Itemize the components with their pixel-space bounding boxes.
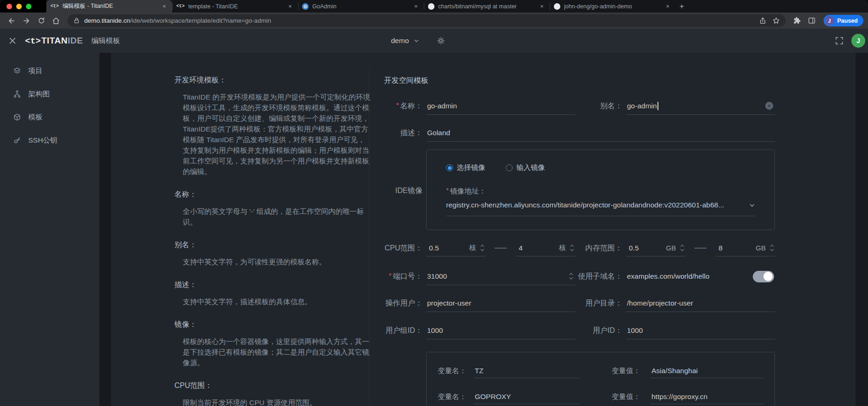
tab-close-icon[interactable]: × bbox=[161, 3, 168, 10]
user-dir-input[interactable]: /home/projector-user bbox=[626, 294, 775, 312]
tab-github-go-admin-demo[interactable]: john-deng/go-admin-demo × bbox=[550, 0, 676, 12]
extensions-button[interactable] bbox=[790, 14, 804, 28]
image-address-select[interactable]: registry.cn-shenzhen.aliyuncs.com/titani… bbox=[446, 201, 755, 216]
alias-field[interactable]: go-admin × bbox=[626, 97, 775, 115]
address-bar[interactable]: demo.titanide.cn/ide/web/workspace/templ… bbox=[68, 14, 786, 27]
radio-select-image[interactable]: 选择镜像 bbox=[446, 163, 485, 173]
cpu-min-value: 0.5 bbox=[426, 244, 469, 252]
tab-close-icon[interactable]: × bbox=[412, 3, 420, 10]
logo-mark: <t> bbox=[25, 36, 41, 46]
url-domain: demo.titanide.cn bbox=[84, 17, 130, 24]
description-field[interactable]: Goland bbox=[426, 124, 775, 142]
profile-button[interactable]: J Paused bbox=[824, 15, 863, 26]
memory-max-input[interactable]: 8 GB bbox=[716, 240, 775, 256]
layers-icon bbox=[13, 67, 21, 75]
number-stepper[interactable] bbox=[569, 273, 574, 280]
reload-button[interactable] bbox=[34, 14, 48, 28]
radio-label: 选择镜像 bbox=[457, 163, 485, 173]
close-icon[interactable] bbox=[8, 37, 17, 45]
sidebar-item-projects[interactable]: 项目 bbox=[0, 59, 99, 82]
tab-github-mysql[interactable]: charts/bitnami/mysql at master × bbox=[424, 0, 550, 12]
sidebar-item-ssh-keys[interactable]: SSH公钥 bbox=[0, 129, 99, 152]
macos-zoom-icon[interactable] bbox=[26, 4, 31, 9]
workspace-selector[interactable]: demo bbox=[391, 37, 409, 45]
help-column: 开发环境模板： TitanIDE 的开发环境模板是为用户提供一个可定制化的环境模… bbox=[174, 75, 371, 406]
bookmark-star-icon[interactable] bbox=[772, 17, 780, 25]
help-section-body: 支持中英文字符，为可读性更强的模板名称。 bbox=[183, 256, 371, 267]
required-mark: * bbox=[396, 101, 399, 109]
clear-field-icon[interactable]: × bbox=[765, 102, 773, 110]
group-id-label: 用户组ID： bbox=[376, 326, 422, 336]
image-address-value: registry.cn-shenzhen.aliyuncs.com/titani… bbox=[446, 201, 749, 209]
group-id-input[interactable]: 1000 bbox=[426, 322, 575, 339]
fullscreen-icon[interactable] bbox=[835, 36, 844, 45]
memory-max-value: 8 bbox=[716, 244, 756, 252]
radio-selected-icon bbox=[446, 164, 453, 171]
cpu-min-input[interactable]: 0.5 核 bbox=[426, 240, 485, 256]
number-stepper[interactable] bbox=[680, 244, 685, 251]
cpu-max-input[interactable]: 4 核 bbox=[516, 240, 575, 256]
operate-user-input[interactable]: projector-user bbox=[426, 294, 575, 312]
sidebar-item-architecture[interactable]: 架构图 bbox=[0, 82, 99, 106]
env-name-input[interactable]: TZ bbox=[474, 363, 579, 378]
env-value-input[interactable]: https://goproxy.cn bbox=[651, 389, 763, 404]
titanide-favicon-icon: <t> bbox=[50, 4, 59, 9]
help-section-title: 描述： bbox=[174, 280, 371, 290]
tab-template[interactable]: <t> template - TitanIDE × bbox=[172, 0, 298, 12]
radio-input-image[interactable]: 输入镜像 bbox=[506, 163, 545, 173]
side-panel-button[interactable] bbox=[805, 14, 819, 28]
share-icon[interactable] bbox=[759, 17, 767, 25]
user-avatar[interactable]: J bbox=[851, 34, 865, 48]
port-input[interactable]: 31000 bbox=[426, 268, 575, 285]
chevron-down-icon[interactable] bbox=[414, 38, 419, 44]
memory-range-group: 0.5 GB 8 GB bbox=[626, 240, 775, 256]
stepper-down-icon bbox=[680, 249, 684, 251]
image-address-label: *镜像地址： bbox=[446, 187, 755, 196]
number-stepper[interactable] bbox=[570, 244, 575, 251]
cube-icon bbox=[13, 113, 21, 121]
radio-label: 输入镜像 bbox=[516, 163, 545, 173]
radio-unselected-icon bbox=[506, 164, 513, 171]
home-button[interactable] bbox=[49, 14, 63, 28]
app-header: <t> TITAN IDE 编辑模板 demo J bbox=[0, 29, 868, 53]
back-button[interactable] bbox=[5, 14, 19, 28]
name-field[interactable]: go-admin bbox=[426, 97, 575, 115]
url-text: demo.titanide.cn/ide/web/workspace/templ… bbox=[84, 17, 271, 24]
tab-close-icon[interactable]: × bbox=[664, 3, 671, 10]
memory-min-input[interactable]: 0.5 GB bbox=[626, 240, 685, 256]
form-title: 开发空间模板 bbox=[384, 76, 428, 86]
ide-image-label: IDE镜像 bbox=[376, 150, 422, 230]
new-tab-button[interactable]: + bbox=[676, 0, 688, 12]
env-value-label: 变量值： bbox=[612, 392, 648, 402]
required-mark: * bbox=[446, 186, 449, 194]
tab-close-icon[interactable]: × bbox=[538, 3, 546, 10]
settings-button[interactable] bbox=[437, 37, 445, 45]
side-panel-icon bbox=[808, 17, 816, 25]
cpu-unit: 核 bbox=[559, 244, 566, 252]
env-name-label: 变量名： bbox=[438, 366, 471, 376]
forward-button[interactable] bbox=[19, 14, 33, 28]
memory-unit: GB bbox=[756, 244, 766, 252]
env-vars-row: 变量名： TZ 变量值： Asia/Shanghai 变量名： GOPROXY … bbox=[383, 352, 775, 406]
form-column: 开发空间模板 *名称： go-admin 别名： go-admin × bbox=[383, 53, 775, 406]
stepper-down-icon bbox=[480, 249, 484, 251]
toggle-knob bbox=[763, 272, 773, 281]
user-id-input[interactable]: 1000 bbox=[626, 322, 775, 339]
macos-close-icon[interactable] bbox=[6, 4, 12, 9]
tab-goadmin[interactable]: G GoAdmin × bbox=[298, 0, 424, 12]
key-icon bbox=[13, 136, 21, 144]
sidebar-item-templates[interactable]: 模板 bbox=[0, 106, 99, 129]
content-area: 开发环境模板： TitanIDE 的开发环境模板是为用户提供一个可定制化的环境模… bbox=[99, 53, 868, 406]
env-name-input[interactable]: GOPROXY bbox=[474, 389, 579, 404]
macos-minimize-icon[interactable] bbox=[16, 4, 22, 9]
env-value-input[interactable]: Asia/Shanghai bbox=[651, 363, 763, 378]
subdomain-toggle[interactable] bbox=[753, 271, 774, 282]
description-row: 描述： Goland bbox=[383, 124, 775, 142]
cpu-max-value: 4 bbox=[516, 244, 559, 252]
number-stepper[interactable] bbox=[480, 244, 485, 251]
number-stepper[interactable] bbox=[770, 244, 775, 251]
cpu-memory-row: CPU范围： 0.5 核 bbox=[383, 240, 775, 256]
tab-edit-template[interactable]: <t> 编辑模板 - TitanIDE × bbox=[46, 0, 172, 12]
back-arrow-icon bbox=[7, 17, 16, 25]
tab-close-icon[interactable]: × bbox=[286, 3, 294, 10]
